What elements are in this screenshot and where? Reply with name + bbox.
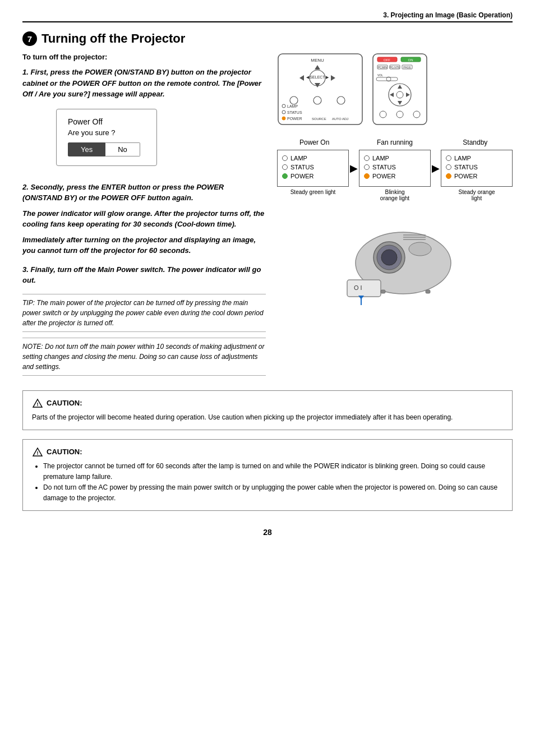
step2-text: 2. Secondly, press the ENTER button or p…	[22, 182, 266, 204]
svg-text:!: !	[37, 450, 39, 456]
step1-content: First, press the POWER (ON/STAND BY) but…	[22, 68, 261, 98]
svg-text:PC/MN: PC/MN	[378, 66, 388, 69]
yes-button[interactable]: Yes	[68, 142, 105, 156]
dialog-subtitle: Are you sure ?	[68, 128, 145, 137]
section-title: Turning off the Projector	[41, 31, 185, 46]
svg-text:PG.NTE: PG.NTE	[390, 66, 400, 69]
lamp-label-standby: LAMP	[454, 155, 471, 162]
svg-marker-5	[331, 75, 335, 81]
svg-point-40	[396, 111, 403, 118]
ind-row-lamp-fan: LAMP	[364, 155, 426, 162]
indicator-labels-row: Power On Fan running Standby	[277, 139, 513, 146]
indicator-sublabels: Steady green light Blinkingorange light …	[277, 189, 513, 201]
caution2-title-text: CAUTION:	[47, 448, 82, 456]
ind-row-power-poweron: POWER	[282, 173, 344, 179]
remote-svg: OFF ON PC/MN PG.NTE PAGE VOL	[372, 53, 428, 126]
svg-point-41	[413, 111, 420, 118]
ind-row-status-poweron: STATUS	[282, 164, 344, 170]
step-3: 3. Finally, turn off the Main Power swit…	[22, 264, 266, 286]
lamp-dot-fan	[364, 155, 370, 161]
step3-num: 3.	[22, 265, 29, 274]
step2-content: Secondly, press the ENTER button or pres…	[22, 183, 224, 202]
ind-row-power-fan: POWER	[364, 173, 426, 179]
caution2-bullet-1-text: The projector cannot be turned off for 6…	[43, 462, 485, 481]
power-off-dialog: Power Off Are you sure ? Yes No	[56, 109, 157, 166]
power-label-fan: POWER	[372, 173, 396, 179]
power-dot-poweron	[282, 173, 288, 179]
caution2-icon: !	[32, 446, 43, 458]
sublabel-poweron-text: Steady green light	[290, 189, 336, 195]
dialog-buttons: Yes No	[68, 142, 145, 156]
ind-row-status-fan: STATUS	[364, 164, 426, 170]
subtitle: To turn off the projector:	[22, 53, 266, 61]
svg-marker-34	[398, 85, 402, 89]
svg-point-13	[282, 110, 285, 114]
svg-point-39	[380, 111, 386, 118]
ind-box-poweron: LAMP STATUS POWER	[277, 150, 349, 187]
svg-rect-55	[426, 290, 430, 293]
svg-text:VOL: VOL	[377, 73, 383, 77]
svg-text:SOURCE: SOURCE	[312, 117, 326, 121]
right-column: MENU ◀ SELECT ▶	[277, 53, 513, 381]
svg-point-8	[290, 96, 298, 104]
status-dot-standby	[446, 164, 451, 170]
ind-box-fan: LAMP STATUS POWER	[359, 150, 431, 187]
caution-box-1: ! CAUTION: Parts of the projector will b…	[22, 390, 513, 430]
warning-triangle-icon-2: !	[33, 447, 43, 457]
lamp-dot-poweron	[282, 155, 288, 161]
svg-rect-50	[347, 280, 381, 297]
lamp-dot-standby	[446, 155, 451, 161]
projector-panel-svg: MENU ◀ SELECT ▶	[277, 53, 364, 126]
arrow2: ▶	[431, 162, 441, 174]
ind-box-standby: LAMP STATUS POWER	[441, 150, 513, 187]
indicator-boxes-row: LAMP STATUS POWER ▶	[277, 150, 513, 187]
sublabel-fan: Blinkingorange light	[359, 189, 431, 201]
svg-point-38	[396, 91, 403, 98]
svg-text:OFF: OFF	[384, 58, 390, 62]
note-text: NOTE: Do not turn off the main power wit…	[22, 343, 265, 371]
lamp-label-poweron: LAMP	[290, 155, 307, 162]
page: 3. Projecting an Image (Basic Operation)…	[0, 0, 535, 756]
main-content: To turn off the projector: 1. First, pre…	[22, 53, 513, 381]
svg-point-9	[313, 96, 321, 104]
svg-text:ON: ON	[408, 58, 413, 62]
ind-row-status-standby: STATUS	[446, 164, 508, 170]
power-dot-standby	[446, 173, 451, 179]
caution2-list: The projector cannot be turned off for 6…	[32, 461, 503, 504]
step3-text: 3. Finally, turn off the Main Power swit…	[22, 264, 266, 286]
sublabel-poweron: Steady green light	[277, 189, 349, 201]
warning-triangle-icon: !	[33, 398, 43, 408]
ind-label-poweron: Power On	[277, 139, 352, 146]
no-button[interactable]: No	[105, 142, 140, 156]
header-text: 3. Projecting an Image (Basic Operation)	[383, 11, 513, 19]
svg-point-11	[282, 104, 285, 108]
ind-row-lamp-standby: LAMP	[446, 155, 508, 162]
step-2: 2. Secondly, press the ENTER button or p…	[22, 182, 266, 256]
svg-marker-36	[390, 93, 394, 97]
caution2-title: ! CAUTION:	[32, 446, 503, 458]
svg-marker-35	[398, 101, 402, 105]
step3-content: Finally, turn off the Main Power switch.…	[22, 265, 261, 285]
svg-marker-37	[406, 93, 410, 97]
page-number: 28	[22, 528, 513, 537]
svg-point-49	[409, 242, 431, 256]
panel-illustrations: MENU ◀ SELECT ▶	[277, 53, 513, 127]
svg-text:AUTO ADJ: AUTO ADJ	[332, 117, 348, 121]
sublabel-standby: Steady orangelight	[441, 189, 513, 201]
step-1: 1. First, press the POWER (ON/STAND BY) …	[22, 67, 266, 174]
svg-text:PAGE: PAGE	[403, 66, 411, 69]
step1-text: 1. First, press the POWER (ON/STAND BY) …	[22, 67, 266, 100]
caution1-text: Parts of the projector will become heate…	[32, 412, 503, 423]
ind-row-power-standby: POWER	[446, 173, 508, 179]
caution2-bullet-2-text: Do not turn off the AC power by pressing…	[43, 483, 497, 502]
projector-main-panel: MENU ◀ SELECT ▶	[277, 53, 364, 127]
section-number: 7	[22, 31, 37, 46]
page-title: 7 Turning off the Projector	[22, 31, 513, 46]
power-label-poweron: POWER	[290, 173, 314, 179]
svg-point-10	[337, 96, 345, 104]
status-label-fan: STATUS	[372, 164, 396, 170]
tip-note: TIP: The main power of the projector can…	[22, 294, 266, 332]
caution2-bullet-2: Do not turn off the AC power by pressing…	[43, 482, 503, 504]
header-bar: 3. Projecting an Image (Basic Operation)	[22, 11, 513, 22]
svg-marker-3	[299, 75, 304, 81]
